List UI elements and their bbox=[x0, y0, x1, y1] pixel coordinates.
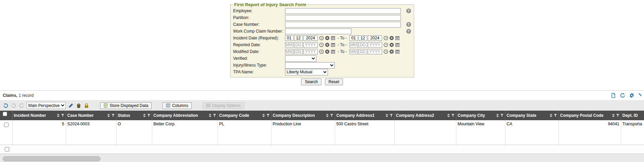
work-comp-input[interactable] bbox=[285, 29, 351, 34]
incident-from-month-input[interactable] bbox=[285, 35, 294, 41]
calendar-icon[interactable] bbox=[395, 42, 400, 47]
calendar-icon[interactable] bbox=[331, 49, 335, 54]
horizontal-scrollbar-thumb[interactable] bbox=[3, 156, 100, 161]
partition-input[interactable] bbox=[285, 15, 401, 21]
filter-funnel-icon[interactable] bbox=[554, 114, 557, 117]
search-button[interactable]: Search bbox=[301, 78, 321, 85]
help-icon[interactable]: ? bbox=[406, 22, 411, 27]
modified-to-year-input[interactable] bbox=[368, 49, 382, 54]
incident-to-month-input[interactable] bbox=[349, 35, 358, 41]
filter-funnel-icon[interactable] bbox=[451, 114, 455, 117]
column-header-company-description[interactable]: Company Description bbox=[271, 111, 335, 120]
refresh-icon[interactable] bbox=[620, 93, 625, 98]
clear-date-icon[interactable] bbox=[389, 49, 394, 54]
incident-from-year-input[interactable] bbox=[303, 35, 318, 41]
clear-date-icon[interactable] bbox=[325, 42, 330, 47]
filter-funnel-icon[interactable] bbox=[61, 114, 64, 117]
sort-icon[interactable] bbox=[209, 114, 211, 117]
reported-to-year-input[interactable] bbox=[368, 42, 382, 48]
column-header-status[interactable]: Status bbox=[116, 111, 152, 120]
clock-icon[interactable] bbox=[383, 36, 388, 40]
sort-icon[interactable] bbox=[143, 114, 146, 117]
calendar-icon[interactable] bbox=[395, 36, 400, 40]
incident-from-day-input[interactable] bbox=[294, 35, 303, 41]
column-header-dept-id[interactable]: Dept. ID bbox=[621, 111, 644, 120]
sort-icon[interactable] bbox=[612, 114, 615, 117]
delete-trash-icon[interactable] bbox=[76, 103, 81, 108]
sort-icon[interactable] bbox=[496, 114, 499, 117]
claims-header-bar: Claims, 1 record bbox=[0, 90, 644, 101]
select-all-checkbox[interactable] bbox=[3, 112, 7, 116]
clear-date-icon[interactable] bbox=[325, 36, 330, 40]
column-header-company-postal-code[interactable]: Company Postal Code bbox=[559, 111, 621, 120]
edit-pencil-icon[interactable] bbox=[68, 103, 74, 108]
filter-funnel-icon[interactable] bbox=[266, 114, 270, 117]
clock-icon[interactable] bbox=[319, 42, 324, 47]
filter-funnel-icon[interactable] bbox=[390, 114, 393, 117]
sort-icon[interactable] bbox=[386, 114, 388, 117]
column-header-company-state[interactable]: Company State bbox=[505, 111, 559, 120]
new-document-icon[interactable] bbox=[611, 93, 616, 98]
reported-from-day-input[interactable] bbox=[294, 42, 303, 48]
column-header-company-address2[interactable]: Company Address2 bbox=[394, 111, 456, 120]
lock-icon[interactable] bbox=[84, 103, 89, 108]
verified-select[interactable] bbox=[285, 55, 316, 62]
reported-to-month-input[interactable] bbox=[349, 42, 358, 48]
partial-clipped-icon[interactable] bbox=[638, 93, 641, 98]
clock-icon[interactable] bbox=[319, 49, 324, 54]
calendar-icon[interactable] bbox=[331, 42, 335, 47]
sort-icon[interactable] bbox=[57, 114, 60, 117]
reported-from-month-input[interactable] bbox=[285, 42, 294, 48]
injury-type-select[interactable] bbox=[285, 62, 335, 69]
incident-to-year-input[interactable] bbox=[368, 35, 382, 41]
filter-funnel-icon[interactable] bbox=[111, 114, 115, 117]
modified-from-month-input[interactable] bbox=[285, 49, 294, 54]
store-displayed-data-button[interactable]: Store Displayed Data bbox=[100, 102, 152, 109]
column-header-incident-number[interactable]: Incident Number bbox=[12, 111, 66, 120]
reset-button[interactable]: Reset bbox=[325, 78, 343, 85]
employee-input[interactable] bbox=[285, 8, 401, 14]
clear-date-icon[interactable] bbox=[389, 42, 394, 47]
clear-date-icon[interactable] bbox=[389, 36, 394, 40]
clock-icon[interactable] bbox=[319, 36, 324, 40]
column-header-company-city[interactable]: Company City bbox=[456, 111, 505, 120]
calendar-icon[interactable] bbox=[331, 36, 335, 40]
gear-icon[interactable] bbox=[629, 93, 634, 98]
filter-funnel-icon[interactable] bbox=[147, 114, 151, 117]
sort-icon[interactable] bbox=[326, 114, 329, 117]
clock-icon[interactable] bbox=[383, 42, 388, 47]
modified-from-day-input[interactable] bbox=[294, 49, 303, 54]
clear-date-icon[interactable] bbox=[325, 49, 330, 54]
filter-funnel-icon[interactable] bbox=[213, 114, 216, 117]
footer-checkbox[interactable] bbox=[5, 147, 9, 151]
help-icon[interactable]: ? bbox=[406, 29, 411, 34]
injury-type-label: Injury/Illness Type: bbox=[233, 63, 285, 68]
reported-to-day-input[interactable] bbox=[359, 42, 367, 48]
column-header-company-abbreviation[interactable]: Company Abbreviation bbox=[152, 111, 218, 120]
table-row[interactable]: 5 S2024-0003 O Better Corp. PL Productio… bbox=[0, 120, 644, 145]
case-number-input[interactable] bbox=[285, 22, 401, 28]
reported-from-year-input[interactable] bbox=[303, 42, 318, 48]
sort-icon[interactable] bbox=[447, 114, 450, 117]
sort-icon[interactable] bbox=[107, 114, 110, 117]
modified-to-day-input[interactable] bbox=[359, 49, 367, 54]
help-icon[interactable]: ? bbox=[406, 8, 411, 13]
incident-to-day-input[interactable] bbox=[359, 35, 367, 41]
column-header-case-number[interactable]: Case Number bbox=[66, 111, 116, 120]
filter-funnel-icon[interactable] bbox=[616, 114, 619, 117]
row-checkbox[interactable] bbox=[4, 123, 9, 127]
undo-icon[interactable] bbox=[3, 103, 9, 108]
clock-icon[interactable] bbox=[383, 49, 388, 54]
modified-from-year-input[interactable] bbox=[303, 49, 318, 54]
modified-to-month-input[interactable] bbox=[349, 49, 358, 54]
perspective-select[interactable]: Main Perspective bbox=[27, 102, 66, 109]
column-header-company-code[interactable]: Company Code bbox=[218, 111, 271, 120]
calendar-icon[interactable] bbox=[395, 49, 400, 54]
filter-funnel-icon[interactable] bbox=[330, 114, 333, 117]
sort-icon[interactable] bbox=[262, 114, 265, 117]
columns-button[interactable]: Columns bbox=[162, 102, 191, 109]
filter-funnel-icon[interactable] bbox=[500, 114, 504, 117]
sort-icon[interactable] bbox=[550, 114, 552, 117]
tpa-select[interactable]: Liberty Mutual bbox=[285, 69, 328, 75]
column-header-company-address1[interactable]: Company Address1 bbox=[335, 111, 394, 120]
